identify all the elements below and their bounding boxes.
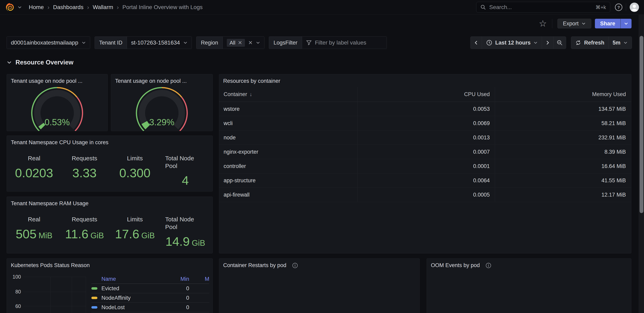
region-clear-icon[interactable]: ✕: [248, 40, 252, 46]
legend-header-max[interactable]: M: [189, 276, 209, 282]
variable-dashboard-app-value[interactable]: d0001ainboxatestmailaapp: [7, 37, 90, 49]
legend-series-min: 0: [165, 304, 189, 310]
region-chip-remove-icon[interactable]: ✕: [238, 40, 242, 46]
refresh-label: Refresh: [584, 40, 604, 46]
cell-cpu-used: 0.0069: [358, 116, 495, 130]
chevron-down-icon: [582, 21, 586, 26]
gridline: [24, 277, 86, 277]
legend-series-name[interactable]: NodeLost: [102, 304, 165, 310]
panel-title[interactable]: OOM Events by pod: [427, 259, 631, 268]
zoom-out-time-button[interactable]: [554, 37, 566, 49]
cell-container-name: wstore: [219, 102, 358, 116]
stat-label: Real: [28, 154, 40, 162]
grafana-logo-icon: [5, 2, 16, 13]
chevron-down-icon: [533, 41, 538, 45]
column-header-cpu-used[interactable]: CPU Used: [358, 87, 495, 102]
global-search[interactable]: ⌘+k: [476, 2, 610, 13]
refresh-interval-value: 5m: [612, 40, 620, 46]
search-input[interactable]: [489, 4, 596, 11]
legend-row: NodeLost0: [91, 303, 209, 312]
favorite-star-icon[interactable]: ☆: [539, 19, 546, 28]
cell-cpu-used: 0.0001: [358, 159, 495, 173]
stat-label: Requests: [72, 215, 97, 223]
stat-value: 17.6GiB: [115, 227, 155, 241]
panel-ram-usage: Tenant Namespace RAM Usage Real 505MiB R…: [7, 197, 213, 253]
cell-memory-used: 232.91 MiB: [495, 131, 631, 145]
breadcrumb-separator: ›: [84, 4, 93, 11]
legend-header-min[interactable]: Min: [165, 276, 189, 282]
refresh-button[interactable]: Refresh: [571, 37, 608, 49]
panel-title[interactable]: Tenant usage on node pool ...: [111, 74, 212, 84]
region-chip-all[interactable]: All ✕: [227, 39, 245, 47]
scrollbar-thumb[interactable]: [640, 36, 644, 213]
stat-real: Real 505MiB: [9, 215, 59, 248]
legend-header-name[interactable]: Name: [102, 276, 165, 282]
nav-right: ⌘+k ?: [476, 2, 639, 13]
cell-memory-used: 16.64 MiB: [495, 159, 631, 173]
time-shift-back-button[interactable]: [470, 37, 482, 49]
legend-rows: Evicted0NodeAffinity0NodeLost0: [91, 284, 209, 312]
stat-requests: Requests 11.6GiB: [59, 215, 110, 248]
logs-filter-input[interactable]: Filter by label values: [302, 37, 386, 49]
scrollbar-track[interactable]: [639, 15, 644, 313]
stat-limits: Limits 0.300: [110, 154, 160, 187]
export-button[interactable]: Export: [558, 19, 591, 29]
panel-gauge-1: Tenant usage on node pool ... 0.53%: [7, 74, 108, 131]
cell-memory-used: 12.17 MiB: [495, 188, 631, 202]
share-button[interactable]: Share: [595, 19, 620, 29]
stat-value: 3.33: [72, 166, 96, 180]
section-resource-overview[interactable]: Resource Overview: [7, 59, 74, 66]
gauge-chart: 0.53%: [7, 85, 108, 131]
variable-tenant-id-text: st-107263-1581634: [131, 40, 180, 46]
column-header-container[interactable]: Container ↓: [219, 87, 358, 102]
help-button[interactable]: ?: [614, 2, 624, 13]
gauge-chart: 3.29%: [111, 85, 212, 131]
time-range-group: Last 12 hours: [470, 37, 566, 49]
variable-tenant-id-value[interactable]: st-107263-1581634: [127, 37, 192, 49]
panel-title[interactable]: Resources by container: [219, 74, 631, 84]
panel-title[interactable]: Container Restarts by pod: [219, 259, 420, 268]
panel-title[interactable]: Tenant Namespace CPU Usage in cores: [7, 136, 212, 146]
user-avatar[interactable]: [630, 3, 639, 12]
funnel-icon: [306, 40, 312, 46]
panel-title[interactable]: Tenant usage on node pool ...: [7, 74, 108, 84]
legend-series-swatch: [91, 306, 98, 308]
grafana-logo-button[interactable]: [5, 2, 22, 13]
gauge-value: 0.53%: [45, 117, 70, 127]
share-dropdown-button[interactable]: [620, 19, 632, 29]
cell-cpu-used: 0.0064: [358, 173, 495, 187]
legend-series-name[interactable]: NodeAffinity: [102, 295, 165, 301]
panel-resources-table: Resources by container Container ↓ CPU U…: [219, 74, 631, 253]
time-range-picker[interactable]: Last 12 hours: [482, 37, 542, 49]
variable-dashboard-app: d0001ainboxatestmailaapp: [7, 37, 90, 49]
info-icon[interactable]: [486, 262, 492, 268]
magnifier-minus-icon: [557, 40, 563, 46]
cell-cpu-used: 0.0007: [358, 145, 495, 159]
time-shift-forward-button[interactable]: [542, 37, 554, 49]
legend-series-name[interactable]: Evicted: [102, 285, 165, 292]
breadcrumb-folder[interactable]: Wallarm: [93, 4, 113, 11]
svg-text:?: ?: [618, 5, 620, 10]
legend-series-swatch: [91, 297, 98, 299]
breadcrumb-home[interactable]: Home: [29, 4, 44, 11]
cell-container-name: node: [219, 131, 358, 145]
refresh-interval-dropdown[interactable]: 5m: [608, 37, 632, 49]
stat-total-node-pool: Total Node Pool 4: [160, 154, 211, 187]
info-icon[interactable]: [292, 262, 298, 268]
panel-title[interactable]: Kubernetes Pods Status Reason: [7, 259, 212, 268]
column-header-memory-used[interactable]: Memory Used: [495, 87, 631, 102]
chevron-down-icon: [82, 41, 86, 45]
section-collapse-chevron-icon: [7, 60, 12, 65]
breadcrumb-separator: ›: [113, 4, 122, 11]
legend-row: Evicted0: [91, 284, 209, 293]
cell-cpu-used: 0.0013: [358, 131, 495, 145]
legend-series-min: 0: [165, 285, 189, 292]
legend-header-row: Name Min M: [91, 274, 209, 284]
panel-title[interactable]: Tenant Namespace RAM Usage: [7, 197, 212, 207]
breadcrumb-dashboards[interactable]: Dashboards: [53, 4, 84, 11]
table-row: api-firewall0.000512.17 MiB: [219, 188, 631, 202]
variable-region-value[interactable]: All ✕ ✕: [223, 37, 264, 49]
legend-table: Name Min M Evicted0NodeAffinity0NodeLost…: [91, 274, 209, 312]
stat-label: Limits: [127, 215, 143, 223]
table-row: wcli0.006958.21 MiB: [219, 116, 631, 131]
